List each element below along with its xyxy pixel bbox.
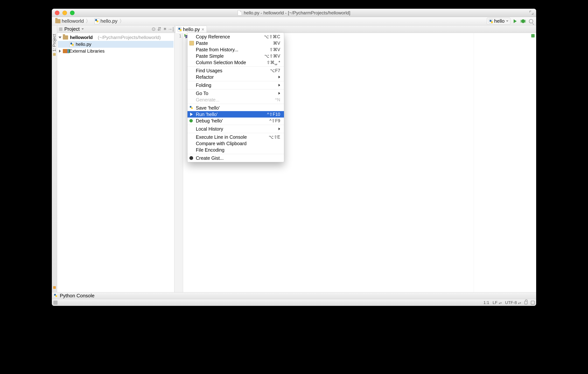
ctx-shortcut: ⌥⇧E xyxy=(269,135,280,140)
ctx-shortcut: ⇧⌘␣ * xyxy=(267,60,280,65)
ctx-folding[interactable]: Folding xyxy=(188,82,284,88)
ctx-label: File Encoding xyxy=(196,147,224,153)
breadcrumb-file[interactable]: hello.py 〉 xyxy=(93,17,126,25)
line-number: 1 xyxy=(174,34,181,38)
status-encoding[interactable]: UTF-8 xyxy=(505,300,517,305)
collapse-all-icon[interactable]: ⇵ xyxy=(158,27,161,31)
ctx-label: Copy Reference xyxy=(196,34,230,40)
ctx-run[interactable]: Run 'hello' ^⇧F10 xyxy=(188,111,284,118)
project-tool-icon xyxy=(53,53,56,56)
ctx-label: Folding xyxy=(196,83,211,88)
view-options-icon[interactable]: ✶ xyxy=(163,27,167,31)
fullscreen-icon[interactable] xyxy=(529,11,534,15)
editor-tab-label: hello.py xyxy=(183,26,200,32)
ctx-execute-line[interactable]: Execute Line in Console ⌥⇧E xyxy=(188,134,284,140)
chevron-down-icon[interactable] xyxy=(82,28,84,30)
ctx-paste-history[interactable]: Paste from History... ⇧⌘V xyxy=(188,46,284,53)
project-tool-tab[interactable]: 1: Project xyxy=(52,34,57,56)
status-line-separator[interactable]: LF xyxy=(493,300,498,305)
tree-root-label: helloworld xyxy=(70,35,93,40)
editor-tab[interactable]: hello.py × xyxy=(175,26,207,33)
folder-icon xyxy=(63,35,68,40)
lock-icon[interactable] xyxy=(525,301,527,304)
navigation-bar: helloworld 〉 hello.py 〉 hello xyxy=(52,17,536,25)
run-configuration-selector[interactable]: hello xyxy=(487,18,510,25)
ctx-refactor[interactable]: Refactor xyxy=(188,74,284,80)
ctx-label: Refactor xyxy=(196,74,214,80)
ctx-find-usages[interactable]: Find Usages ⌥F7 xyxy=(188,67,284,74)
ctx-label: Local History xyxy=(196,126,223,132)
ctx-goto[interactable]: Go To xyxy=(188,90,284,96)
window-minimize-button[interactable] xyxy=(63,11,67,15)
tree-external-libraries[interactable]: External Libraries xyxy=(58,48,173,54)
hide-panel-icon[interactable]: →| xyxy=(169,27,172,31)
run-button[interactable] xyxy=(512,18,518,24)
ctx-paste[interactable]: Paste ⌘V xyxy=(188,40,284,46)
ctx-compare-clipboard[interactable]: Compare with Clipboard xyxy=(188,140,284,147)
ctx-shortcut: ⌥⇧⌘C xyxy=(264,34,280,39)
ctx-file-encoding[interactable]: File Encoding xyxy=(188,147,284,153)
ctx-separator xyxy=(188,89,284,89)
left-tool-stripe: 1: Project xyxy=(52,25,57,292)
ctx-separator xyxy=(188,66,284,67)
ctx-column-selection[interactable]: Column Selection Mode ⇧⌘␣ * xyxy=(188,59,284,66)
locate-icon[interactable]: ⊙ xyxy=(152,27,155,31)
updown-icon: ▴▾ xyxy=(518,301,521,305)
python-console-icon xyxy=(54,294,58,298)
ctx-label: Create Gist... xyxy=(196,155,224,161)
submenu-arrow-icon xyxy=(278,76,280,78)
ctx-local-history[interactable]: Local History xyxy=(188,126,284,132)
project-tree[interactable]: helloworld (~/PycharmProjects/helloworld… xyxy=(57,33,174,292)
python-file-icon xyxy=(94,18,99,24)
ctx-shortcut: ⇧⌘V xyxy=(269,47,280,52)
ctx-label: Run 'hello' xyxy=(196,112,218,117)
debug-button[interactable] xyxy=(520,18,526,24)
tree-root[interactable]: helloworld (~/PycharmProjects/helloworld… xyxy=(58,34,173,41)
ctx-generate: Generate... ^N xyxy=(188,96,284,103)
status-caret-position[interactable]: 1:1 xyxy=(483,300,489,305)
ctx-label: Compare with Clipboard xyxy=(196,141,247,146)
breadcrumb-file-label: hello.py xyxy=(100,18,117,24)
breadcrumb-project-label: helloworld xyxy=(62,18,84,24)
ctx-create-gist[interactable]: Create Gist... xyxy=(188,155,284,161)
ctx-debug[interactable]: Debug 'hello' ^⇧F9 xyxy=(188,118,284,124)
ctx-shortcut: ⌥F7 xyxy=(270,68,280,73)
inspection-ok-indicator[interactable] xyxy=(531,34,535,37)
ctx-label: Go To xyxy=(196,91,208,96)
ctx-label: Paste xyxy=(196,41,208,46)
ctx-label: Paste Simple xyxy=(196,53,224,59)
window-zoom-button[interactable] xyxy=(70,11,74,15)
ctx-shortcut: ^N xyxy=(275,97,280,102)
window-title: hello.py - helloworld - [~/PycharmProjec… xyxy=(244,10,350,16)
ctx-shortcut: ⌥⇧⌘V xyxy=(264,53,280,59)
ctx-save[interactable]: Save 'hello' xyxy=(188,105,284,111)
right-margin-guide xyxy=(474,33,536,292)
tree-file-label: hello.py xyxy=(76,42,91,47)
search-everywhere-button[interactable] xyxy=(528,18,534,24)
disclosure-open-icon[interactable] xyxy=(58,37,62,38)
ctx-label: Paste from History... xyxy=(196,47,238,53)
tree-file[interactable]: hello.py xyxy=(58,41,173,48)
inspector-icon[interactable] xyxy=(531,301,535,305)
ctx-paste-simple[interactable]: Paste Simple ⌥⇧⌘V xyxy=(188,53,284,59)
ctx-label: Column Selection Mode xyxy=(196,60,246,65)
window-close-button[interactable] xyxy=(55,11,59,15)
python-icon xyxy=(189,106,194,110)
disclosure-closed-icon[interactable] xyxy=(59,50,61,53)
structure-tool-tab[interactable] xyxy=(53,286,56,289)
run-config-label: hello xyxy=(494,18,504,24)
python-console-tab[interactable]: Python Console xyxy=(60,293,94,299)
status-tool-windows-toggle[interactable] xyxy=(53,300,58,305)
ctx-separator xyxy=(188,154,284,154)
ctx-copy-reference[interactable]: Copy Reference ⌥⇧⌘C xyxy=(188,33,284,40)
ctx-label: Find Usages xyxy=(196,68,222,74)
breadcrumb-project[interactable]: helloworld 〉 xyxy=(54,17,92,25)
tree-root-path: (~/PycharmProjects/helloworld) xyxy=(98,35,161,40)
folder-icon xyxy=(55,19,61,23)
ctx-label: Generate... xyxy=(196,97,220,103)
close-tab-icon[interactable]: × xyxy=(201,26,204,32)
document-icon xyxy=(238,10,242,16)
breadcrumb-separator-icon: 〉 xyxy=(86,18,91,24)
project-panel-header: Project ⊙ ⇵ ✶ →| xyxy=(57,25,174,33)
updown-icon: ▴▾ xyxy=(499,301,502,305)
